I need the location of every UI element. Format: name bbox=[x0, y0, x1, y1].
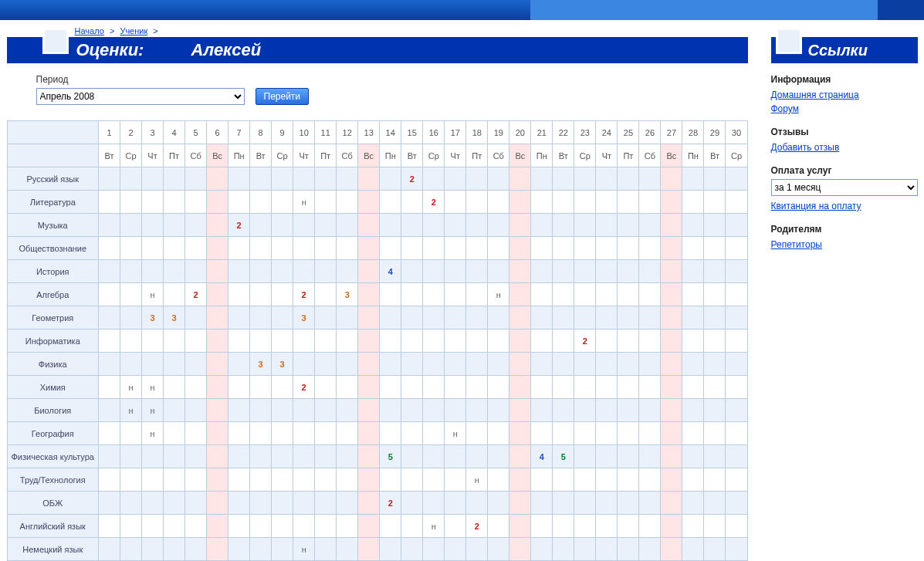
day-cell bbox=[272, 167, 293, 191]
day-cell bbox=[293, 330, 315, 353]
day-cell bbox=[531, 376, 553, 399]
dow-header: Вс bbox=[509, 144, 531, 167]
pay-duration-select[interactable]: за 1 месяц bbox=[771, 179, 918, 196]
day-cell bbox=[488, 445, 509, 468]
day-cell bbox=[272, 214, 293, 237]
go-button[interactable]: Перейти bbox=[256, 88, 310, 105]
day-cell bbox=[509, 237, 531, 260]
day-cell bbox=[618, 330, 639, 353]
day-cell bbox=[596, 260, 618, 283]
day-cell bbox=[466, 422, 488, 445]
day-cell bbox=[618, 167, 639, 191]
day-cell bbox=[380, 538, 401, 561]
link-add-review[interactable]: Добавить отзыв bbox=[771, 140, 918, 154]
dow-header: Вт bbox=[250, 144, 272, 167]
link-tutors[interactable]: Репетиторы bbox=[771, 238, 918, 252]
day-cell: 2 bbox=[401, 167, 423, 191]
dow-header: Пн bbox=[682, 144, 704, 167]
section-info-header: Информация bbox=[771, 74, 918, 85]
day-num-header: 16 bbox=[423, 121, 445, 144]
day-cell bbox=[553, 167, 574, 191]
subject-name: Химия bbox=[7, 376, 99, 399]
day-cell bbox=[596, 376, 618, 399]
day-cell bbox=[574, 492, 596, 515]
day-cell bbox=[661, 538, 682, 561]
day-cell bbox=[315, 399, 337, 422]
day-cell bbox=[423, 214, 445, 237]
day-cell bbox=[531, 538, 553, 561]
day-cell bbox=[293, 399, 315, 422]
day-cell bbox=[358, 191, 380, 214]
day-cell bbox=[380, 191, 401, 214]
day-cell bbox=[272, 260, 293, 283]
day-cell bbox=[596, 468, 618, 492]
grade-cell: 4 bbox=[388, 267, 393, 276]
day-cell bbox=[250, 237, 272, 260]
table-row: Алгебран223н bbox=[7, 283, 747, 306]
day-cell bbox=[726, 306, 747, 330]
day-cell bbox=[553, 468, 574, 492]
day-cell bbox=[726, 191, 747, 214]
breadcrumb: Начало > Ученик > bbox=[7, 20, 748, 37]
day-cell bbox=[661, 353, 682, 376]
grade-cell: 2 bbox=[302, 290, 306, 299]
dow-header: Ср bbox=[423, 144, 445, 167]
day-cell bbox=[337, 260, 358, 283]
breadcrumb-home[interactable]: Начало bbox=[75, 26, 104, 35]
dow-header: Вт bbox=[704, 144, 726, 167]
day-cell: н bbox=[466, 468, 488, 492]
day-cell bbox=[574, 237, 596, 260]
day-cell bbox=[639, 283, 661, 306]
day-cell bbox=[661, 515, 682, 538]
day-cell bbox=[358, 260, 380, 283]
grade-cell: 2 bbox=[388, 498, 393, 508]
day-cell bbox=[272, 399, 293, 422]
day-cell bbox=[401, 191, 423, 214]
day-cell bbox=[207, 422, 228, 445]
day-cell bbox=[574, 353, 596, 376]
day-cell bbox=[445, 376, 466, 399]
day-cell bbox=[445, 538, 466, 561]
day-cell bbox=[315, 353, 337, 376]
period-select[interactable]: Апрель 2008 bbox=[36, 88, 245, 105]
day-num-header: 5 bbox=[185, 121, 207, 144]
day-num-header: 30 bbox=[726, 121, 747, 144]
day-cell bbox=[315, 515, 337, 538]
day-cell bbox=[207, 492, 228, 515]
day-cell bbox=[185, 260, 207, 283]
grade-cell: н bbox=[496, 290, 501, 299]
day-num-header: 3 bbox=[142, 121, 164, 144]
breadcrumb-student[interactable]: Ученик bbox=[120, 26, 147, 35]
day-cell bbox=[596, 191, 618, 214]
day-cell bbox=[358, 330, 380, 353]
day-cell bbox=[207, 167, 228, 191]
day-cell bbox=[682, 399, 704, 422]
day-cell bbox=[466, 191, 488, 214]
day-cell bbox=[661, 167, 682, 191]
link-forum[interactable]: Форум bbox=[771, 102, 918, 116]
day-cell: н bbox=[120, 376, 142, 399]
dow-header: Вт bbox=[99, 144, 120, 167]
day-cell bbox=[185, 515, 207, 538]
dow-header: Чт bbox=[596, 144, 618, 167]
dow-header: Ср bbox=[120, 144, 142, 167]
day-cell bbox=[466, 283, 488, 306]
day-cell bbox=[488, 306, 509, 330]
day-cell bbox=[726, 445, 747, 468]
day-cell bbox=[574, 167, 596, 191]
day-cell bbox=[682, 515, 704, 538]
day-cell bbox=[574, 445, 596, 468]
day-cell bbox=[315, 492, 337, 515]
grade-cell: 3 bbox=[280, 360, 285, 369]
day-cell bbox=[488, 468, 509, 492]
day-cell bbox=[596, 515, 618, 538]
day-cell bbox=[466, 306, 488, 330]
grade-cell: 3 bbox=[172, 313, 177, 323]
day-cell bbox=[272, 538, 293, 561]
link-homepage[interactable]: Домашняя страница bbox=[771, 88, 918, 102]
link-invoice[interactable]: Квитанция на оплату bbox=[771, 199, 918, 213]
day-cell bbox=[99, 237, 120, 260]
day-cell bbox=[574, 538, 596, 561]
day-cell bbox=[726, 422, 747, 445]
dow-header: Пт bbox=[466, 144, 488, 167]
